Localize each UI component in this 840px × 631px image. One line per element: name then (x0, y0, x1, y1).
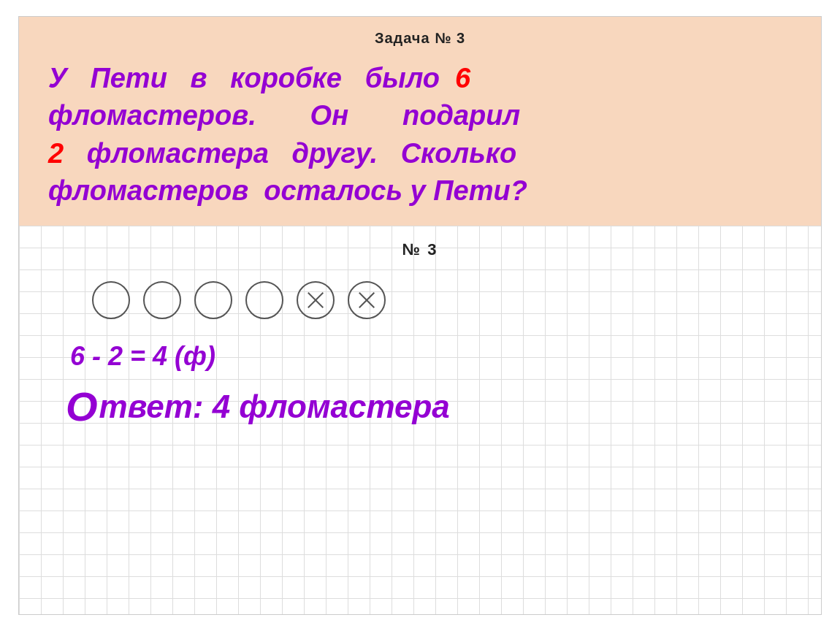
task-text-part2: фломастеров. Он подарил (48, 100, 520, 131)
task-text-part3: фломастера другу. Сколько (64, 138, 516, 169)
task-text-part1: У Пети в коробке было (48, 63, 455, 93)
task-text-part4: фломастеров осталось у Пети? (48, 175, 527, 206)
answer-big-o: О (66, 386, 98, 427)
circles-row (92, 281, 777, 319)
equation-line: 6 - 2 = 4 (ф) (70, 341, 777, 372)
circle-1 (92, 281, 130, 319)
problem-number: № 3 (63, 240, 777, 259)
task-number1: 6 (455, 63, 470, 93)
circle-3 (194, 281, 232, 319)
answer-text: твет: 4 фломастера (99, 389, 450, 425)
task-number2: 2 (48, 138, 64, 169)
grid-area: № 3 6 - 2 = 4 (ф) Ответ: 4 фломастера (19, 226, 821, 614)
circle-6-crossed (348, 281, 386, 319)
task-header: Задача № 3 У Пети в коробке было 6 флома… (19, 17, 821, 226)
task-text: У Пети в коробке было 6 фломастеров. Он … (48, 60, 792, 210)
grid-content: № 3 6 - 2 = 4 (ф) Ответ: 4 фломастера (19, 226, 821, 442)
task-title: Задача № 3 (48, 30, 792, 47)
circle-5-crossed (297, 281, 335, 319)
slide-container: Задача № 3 У Пети в коробке было 6 флома… (18, 16, 822, 615)
answer-line: Ответ: 4 фломастера (66, 386, 777, 427)
circle-4 (245, 281, 283, 319)
circle-2 (143, 281, 181, 319)
